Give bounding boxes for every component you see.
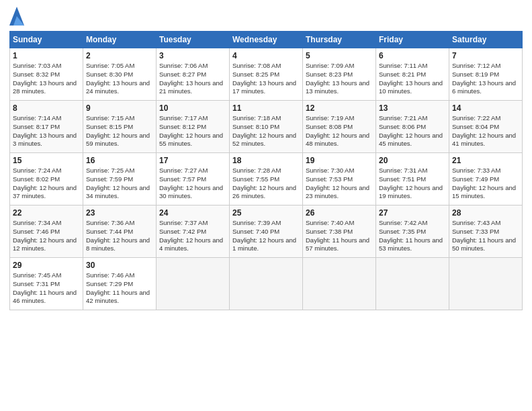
day-info: Sunrise: 7:08 AMSunset: 8:25 PMDaylight:… [232,62,300,96]
calendar-cell: 19 Sunrise: 7:30 AMSunset: 7:53 PMDaylig… [303,153,376,205]
day-number: 29 [13,261,80,270]
calendar-cell: 29 Sunrise: 7:45 AMSunset: 7:31 PMDaylig… [10,258,83,310]
calendar-cell: 24 Sunrise: 7:37 AMSunset: 7:42 PMDaylig… [157,205,230,258]
header-day: Sunday [10,32,83,48]
calendar-cell: 13 Sunrise: 7:21 AMSunset: 8:06 PMDaylig… [376,101,449,153]
day-info: Sunrise: 7:43 AMSunset: 7:33 PMDaylight:… [452,219,519,253]
header-day: Monday [83,32,157,48]
day-number: 12 [306,103,373,113]
calendar-cell: 11 Sunrise: 7:18 AMSunset: 8:10 PMDaylig… [230,101,303,153]
header-day: Friday [376,32,449,48]
calendar-cell: 8 Sunrise: 7:14 AMSunset: 8:17 PMDayligh… [10,101,83,153]
day-info: Sunrise: 7:46 AMSunset: 7:29 PMDaylight:… [86,271,153,306]
day-number: 27 [379,208,446,218]
calendar-cell [303,258,376,310]
day-number: 20 [379,156,446,165]
header-day: Thursday [303,32,376,48]
day-info: Sunrise: 7:37 AMSunset: 7:42 PMDaylight:… [159,219,226,253]
day-info: Sunrise: 7:24 AMSunset: 8:02 PMDaylight:… [13,167,80,201]
calendar-row: 22 Sunrise: 7:34 AMSunset: 7:46 PMDaylig… [10,205,523,258]
day-number: 19 [306,156,373,165]
day-info: Sunrise: 7:30 AMSunset: 7:53 PMDaylight:… [306,167,373,201]
day-info: Sunrise: 7:36 AMSunset: 7:44 PMDaylight:… [86,219,153,253]
day-info: Sunrise: 7:05 AMSunset: 8:30 PMDaylight:… [86,62,153,96]
day-info: Sunrise: 7:22 AMSunset: 8:04 PMDaylight:… [452,114,519,148]
day-info: Sunrise: 7:18 AMSunset: 8:10 PMDaylight:… [232,114,300,148]
day-info: Sunrise: 7:03 AMSunset: 8:32 PMDaylight:… [13,62,80,96]
day-number: 9 [86,103,153,113]
calendar-cell: 6 Sunrise: 7:11 AMSunset: 8:21 PMDayligh… [376,48,449,101]
calendar-cell: 10 Sunrise: 7:17 AMSunset: 8:12 PMDaylig… [157,101,230,153]
day-number: 17 [159,156,226,165]
calendar-row: 8 Sunrise: 7:14 AMSunset: 8:17 PMDayligh… [10,101,523,153]
day-number: 5 [306,51,373,60]
day-info: Sunrise: 7:14 AMSunset: 8:17 PMDaylight:… [13,114,80,148]
calendar-cell: 2 Sunrise: 7:05 AMSunset: 8:30 PMDayligh… [83,48,157,101]
header-day: Tuesday [157,32,230,48]
calendar-cell: 12 Sunrise: 7:19 AMSunset: 8:08 PMDaylig… [303,101,376,153]
calendar-cell [449,258,523,310]
day-number: 6 [379,51,446,60]
calendar-cell: 3 Sunrise: 7:06 AMSunset: 8:27 PMDayligh… [157,48,230,101]
calendar-row: 1 Sunrise: 7:03 AMSunset: 8:32 PMDayligh… [10,48,523,101]
header-row: SundayMondayTuesdayWednesdayThursdayFrid… [10,32,523,48]
day-info: Sunrise: 7:09 AMSunset: 8:23 PMDaylight:… [306,62,373,96]
day-number: 13 [379,103,446,113]
day-number: 24 [159,208,226,218]
calendar-cell: 14 Sunrise: 7:22 AMSunset: 8:04 PMDaylig… [449,101,523,153]
page: SundayMondayTuesdayWednesdayThursdayFrid… [0,0,532,411]
day-info: Sunrise: 7:33 AMSunset: 7:49 PMDaylight:… [452,167,519,201]
day-info: Sunrise: 7:45 AMSunset: 7:31 PMDaylight:… [13,271,80,306]
day-number: 2 [86,51,153,60]
day-info: Sunrise: 7:11 AMSunset: 8:21 PMDaylight:… [379,62,446,96]
day-info: Sunrise: 7:34 AMSunset: 7:46 PMDaylight:… [13,219,80,253]
day-number: 21 [452,156,519,165]
calendar-cell [230,258,303,310]
day-number: 8 [13,103,80,113]
logo [9,7,26,26]
calendar-cell: 9 Sunrise: 7:15 AMSunset: 8:15 PMDayligh… [83,101,157,153]
calendar-cell: 16 Sunrise: 7:25 AMSunset: 7:59 PMDaylig… [83,153,157,205]
day-number: 28 [452,208,519,218]
calendar-cell: 7 Sunrise: 7:12 AMSunset: 8:19 PMDayligh… [449,48,523,101]
day-number: 25 [232,208,300,218]
day-info: Sunrise: 7:06 AMSunset: 8:27 PMDaylight:… [159,62,226,96]
calendar-cell: 15 Sunrise: 7:24 AMSunset: 8:02 PMDaylig… [10,153,83,205]
day-number: 4 [232,51,300,60]
calendar-row: 29 Sunrise: 7:45 AMSunset: 7:31 PMDaylig… [10,258,523,310]
day-number: 30 [86,261,153,270]
header-day: Saturday [449,32,523,48]
day-info: Sunrise: 7:15 AMSunset: 8:15 PMDaylight:… [86,114,153,148]
day-number: 10 [159,103,226,113]
calendar-cell: 27 Sunrise: 7:42 AMSunset: 7:35 PMDaylig… [376,205,449,258]
calendar-cell [157,258,230,310]
day-info: Sunrise: 7:28 AMSunset: 7:55 PMDaylight:… [232,167,300,201]
calendar-cell [376,258,449,310]
day-info: Sunrise: 7:40 AMSunset: 7:38 PMDaylight:… [306,219,373,253]
calendar-cell: 26 Sunrise: 7:40 AMSunset: 7:38 PMDaylig… [303,205,376,258]
day-info: Sunrise: 7:27 AMSunset: 7:57 PMDaylight:… [159,167,226,201]
day-info: Sunrise: 7:25 AMSunset: 7:59 PMDaylight:… [86,167,153,201]
header-day: Wednesday [230,32,303,48]
calendar-cell: 23 Sunrise: 7:36 AMSunset: 7:44 PMDaylig… [83,205,157,258]
calendar-cell: 5 Sunrise: 7:09 AMSunset: 8:23 PMDayligh… [303,48,376,101]
calendar-cell: 17 Sunrise: 7:27 AMSunset: 7:57 PMDaylig… [157,153,230,205]
calendar-cell: 28 Sunrise: 7:43 AMSunset: 7:33 PMDaylig… [449,205,523,258]
day-number: 26 [306,208,373,218]
day-number: 18 [232,156,300,165]
calendar-cell: 4 Sunrise: 7:08 AMSunset: 8:25 PMDayligh… [230,48,303,101]
calendar-cell: 18 Sunrise: 7:28 AMSunset: 7:55 PMDaylig… [230,153,303,205]
day-info: Sunrise: 7:19 AMSunset: 8:08 PMDaylight:… [306,114,373,148]
calendar-cell: 20 Sunrise: 7:31 AMSunset: 7:51 PMDaylig… [376,153,449,205]
day-number: 3 [159,51,226,60]
day-info: Sunrise: 7:42 AMSunset: 7:35 PMDaylight:… [379,219,446,253]
header [9,7,523,26]
day-number: 16 [86,156,153,165]
day-number: 15 [13,156,80,165]
calendar-cell: 1 Sunrise: 7:03 AMSunset: 8:32 PMDayligh… [10,48,83,101]
day-info: Sunrise: 7:17 AMSunset: 8:12 PMDaylight:… [159,114,226,148]
day-number: 23 [86,208,153,218]
day-info: Sunrise: 7:12 AMSunset: 8:19 PMDaylight:… [452,62,519,96]
day-info: Sunrise: 7:39 AMSunset: 7:40 PMDaylight:… [232,219,300,253]
calendar-cell: 25 Sunrise: 7:39 AMSunset: 7:40 PMDaylig… [230,205,303,258]
